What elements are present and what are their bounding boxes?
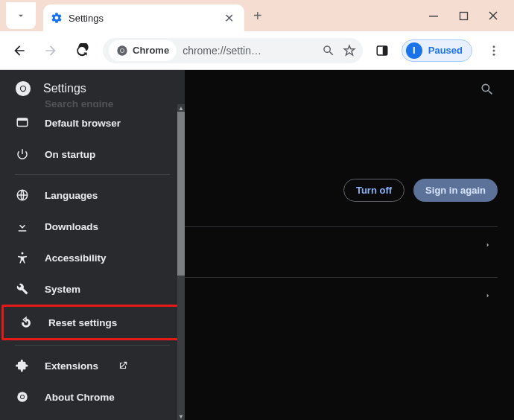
sidebar-item-search-engine[interactable]: Search engine bbox=[0, 100, 185, 107]
minimize-button[interactable] bbox=[426, 8, 441, 23]
browser-tab[interactable]: Settings ✕ bbox=[43, 4, 244, 31]
sign-in-again-button[interactable]: Sign in again bbox=[413, 179, 498, 202]
sidebar-divider bbox=[15, 174, 170, 175]
sidebar-item-label: System bbox=[45, 284, 80, 295]
sidebar-item-label: About Chrome bbox=[45, 392, 115, 403]
omnibox-url: chrome://settin… bbox=[183, 45, 315, 57]
settings-search-button[interactable] bbox=[480, 82, 495, 97]
svg-point-4 bbox=[121, 48, 124, 51]
window-controls bbox=[426, 8, 514, 23]
svg-point-18 bbox=[22, 252, 24, 255]
settings-list-row[interactable] bbox=[185, 277, 498, 313]
gear-icon bbox=[51, 12, 63, 24]
back-button[interactable] bbox=[9, 40, 30, 61]
svg-point-7 bbox=[493, 45, 495, 48]
sidebar-item-label: Languages bbox=[45, 190, 98, 201]
bookmark-icon[interactable] bbox=[342, 43, 357, 58]
reset-icon bbox=[19, 315, 34, 330]
settings-page: Settings Search engine Default browser O… bbox=[0, 70, 514, 420]
sidebar-item-downloads[interactable]: Downloads bbox=[0, 211, 185, 242]
default-browser-icon bbox=[15, 115, 30, 130]
paused-label: Paused bbox=[428, 45, 463, 56]
reload-button[interactable] bbox=[72, 40, 92, 61]
download-icon bbox=[15, 219, 30, 234]
sidebar-item-default-browser[interactable]: Default browser bbox=[0, 107, 185, 139]
sidebar-item-label: On startup bbox=[45, 149, 95, 160]
chevron-down-icon bbox=[16, 10, 26, 21]
globe-icon bbox=[15, 188, 30, 203]
sidebar-item-label: Downloads bbox=[45, 221, 98, 232]
close-window-button[interactable] bbox=[486, 8, 501, 23]
chevron-right-icon bbox=[484, 240, 492, 250]
scrollbar-thumb[interactable] bbox=[177, 112, 185, 276]
chrome-logo-icon bbox=[15, 389, 30, 404]
sidebar-scroll: Search engine Default browser On startup… bbox=[0, 100, 185, 420]
sidebar-item-label: Reset settings bbox=[48, 317, 117, 328]
sync-action-row: Turn off Sign in again bbox=[343, 179, 498, 202]
tab-title: Settings bbox=[69, 13, 221, 24]
settings-list-row[interactable] bbox=[185, 226, 498, 262]
maximize-button[interactable] bbox=[456, 8, 471, 23]
accessibility-icon bbox=[15, 250, 30, 265]
svg-rect-0 bbox=[429, 16, 438, 17]
sidebar-item-label: Search engine bbox=[45, 100, 113, 107]
sidebar-item-on-startup[interactable]: On startup bbox=[0, 139, 185, 170]
sidebar-item-reset-settings[interactable]: Reset settings bbox=[1, 305, 183, 340]
svg-point-9 bbox=[493, 53, 495, 55]
settings-sidebar: Settings Search engine Default browser O… bbox=[0, 70, 185, 420]
zoom-icon[interactable] bbox=[321, 43, 336, 58]
sidebar-item-label: Default browser bbox=[45, 118, 121, 129]
sidebar-divider bbox=[15, 345, 170, 346]
svg-point-8 bbox=[493, 49, 495, 51]
titlebar: Settings ✕ + bbox=[0, 0, 514, 31]
tab-close-button[interactable]: ✕ bbox=[221, 10, 237, 27]
toolbar: Chrome chrome://settin… I Paused bbox=[0, 31, 514, 70]
extension-icon bbox=[15, 358, 30, 373]
forward-button[interactable] bbox=[40, 40, 61, 61]
sidebar-title: Settings bbox=[43, 82, 86, 95]
sidebar-item-languages[interactable]: Languages bbox=[0, 179, 185, 211]
sidebar-item-label: Extensions bbox=[45, 360, 98, 372]
turn-off-button[interactable]: Turn off bbox=[343, 179, 404, 202]
settings-main: Turn off Sign in again bbox=[185, 70, 514, 420]
open-in-new-icon bbox=[118, 360, 128, 371]
chrome-logo-icon bbox=[116, 45, 128, 57]
svg-rect-6 bbox=[383, 46, 387, 55]
svg-rect-16 bbox=[17, 118, 28, 121]
sidebar-item-system[interactable]: System bbox=[0, 273, 185, 305]
svg-point-21 bbox=[21, 395, 24, 398]
chrome-logo-icon bbox=[15, 80, 31, 97]
tab-search-dropdown[interactable] bbox=[6, 2, 36, 29]
side-panel-toggle[interactable] bbox=[373, 42, 391, 60]
sidebar-item-accessibility[interactable]: Accessibility bbox=[0, 242, 185, 273]
sidebar-item-extensions[interactable]: Extensions bbox=[0, 350, 185, 381]
new-tab-button[interactable]: + bbox=[253, 7, 262, 25]
search-icon bbox=[15, 100, 30, 107]
avatar: I bbox=[406, 42, 422, 59]
wrench-icon bbox=[15, 281, 30, 296]
sidebar-item-about-chrome[interactable]: About Chrome bbox=[0, 381, 185, 413]
chrome-chip-label: Chrome bbox=[133, 45, 169, 56]
profile-paused-pill[interactable]: I Paused bbox=[402, 39, 472, 62]
svg-rect-1 bbox=[460, 12, 467, 19]
omnibox[interactable]: Chrome chrome://settin… bbox=[103, 38, 363, 63]
sidebar-scrollbar[interactable]: ▲ ▼ bbox=[177, 112, 185, 420]
svg-point-14 bbox=[21, 86, 25, 91]
chrome-menu-button[interactable] bbox=[483, 44, 505, 57]
chevron-right-icon bbox=[484, 290, 492, 301]
sidebar-item-label: Accessibility bbox=[45, 252, 107, 264]
chrome-chip: Chrome bbox=[109, 40, 177, 61]
power-icon bbox=[15, 147, 30, 162]
